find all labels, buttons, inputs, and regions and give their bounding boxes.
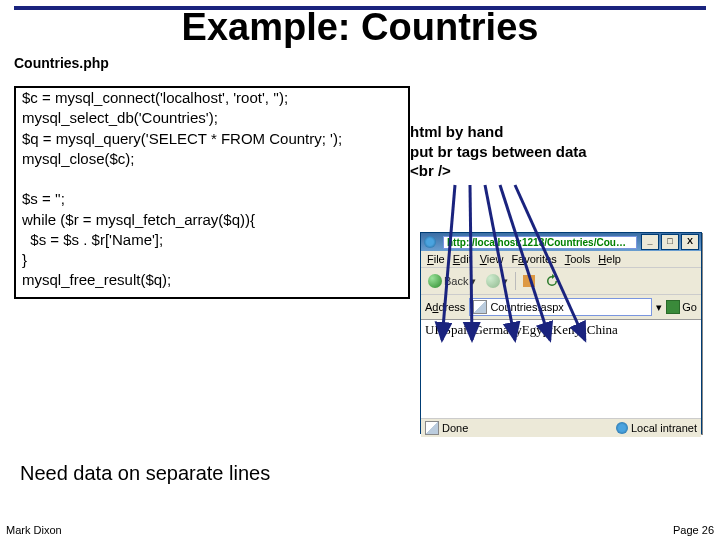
refresh-icon: [545, 274, 559, 288]
code-line: $q = mysql_query('SELECT * FROM Country;…: [22, 129, 402, 149]
menu-view[interactable]: View: [480, 253, 504, 265]
code-line: while ($r = mysql_fetch_array($q)){: [22, 210, 402, 230]
toolbar-separator: [515, 272, 516, 290]
page-icon: [473, 300, 487, 314]
go-icon: [666, 300, 680, 314]
address-label: Address: [425, 301, 465, 313]
window-minimize-button[interactable]: _: [641, 234, 659, 250]
address-dropdown-icon[interactable]: ▾: [656, 301, 662, 314]
menu-file[interactable]: File: [427, 253, 445, 265]
page-number: Page 26: [673, 524, 714, 536]
browser-titlebar[interactable]: http://localhost:1213/Countries/Cou… _ □…: [421, 233, 701, 251]
browser-addressbar: Address Countries.aspx ▾ Go: [421, 295, 701, 320]
browser-window: http://localhost:1213/Countries/Cou… _ □…: [420, 232, 702, 434]
forward-button[interactable]: ▾: [483, 273, 511, 289]
code-line: }: [22, 250, 402, 270]
status-doc-icon: [425, 421, 439, 435]
code-line: mysql_close($c);: [22, 149, 402, 169]
window-close-button[interactable]: X: [681, 234, 699, 250]
footer-note: Need data on separate lines: [20, 462, 270, 485]
annotation-line: html by hand: [410, 122, 587, 142]
code-line: [22, 169, 402, 189]
code-line: $s = $s . $r['Name'];: [22, 230, 402, 250]
ie-icon: [423, 235, 437, 249]
window-maximize-button[interactable]: □: [661, 234, 679, 250]
annotation-line: <br />: [410, 161, 587, 181]
zone-icon: [616, 422, 628, 434]
slide-title: Example: Countries: [0, 6, 720, 49]
chevron-down-icon: ▾: [502, 275, 508, 288]
code-box: $c = mysql_connect('localhost', 'root', …: [14, 86, 410, 299]
address-value: Countries.aspx: [490, 301, 563, 313]
browser-content: UKSpainGermanyEgyptKenyaChina: [421, 320, 701, 419]
status-right-text: Local intranet: [631, 422, 697, 434]
chevron-down-icon: ▾: [470, 275, 476, 288]
forward-icon: [486, 274, 500, 288]
menu-tools[interactable]: Tools: [565, 253, 591, 265]
menu-favorites[interactable]: Favorites: [511, 253, 556, 265]
refresh-button[interactable]: [542, 273, 562, 289]
code-filename: Countries.php: [14, 56, 114, 71]
stop-icon: [523, 275, 535, 287]
address-input[interactable]: Countries.aspx: [469, 298, 652, 316]
browser-title-url: http://localhost:1213/Countries/Cou…: [443, 236, 637, 249]
annotation-line: put br tags between data: [410, 142, 587, 162]
author-label: Mark Dixon: [6, 524, 62, 536]
browser-menubar: File Edit View Favorites Tools Help: [421, 251, 701, 268]
back-label: Back: [444, 275, 468, 287]
menu-edit[interactable]: Edit: [453, 253, 472, 265]
status-left-text: Done: [442, 422, 468, 434]
go-button[interactable]: Go: [666, 300, 697, 314]
page-output-text: UKSpainGermanyEgyptKenyaChina: [425, 322, 618, 337]
go-label: Go: [682, 301, 697, 313]
code-line: mysql_free_result($q);: [22, 270, 402, 290]
browser-statusbar: Done Local intranet: [421, 419, 701, 437]
back-button[interactable]: Back ▾: [425, 273, 479, 289]
menu-help[interactable]: Help: [598, 253, 621, 265]
code-line: mysql_select_db('Countries');: [22, 108, 402, 128]
browser-toolbar: Back ▾ ▾: [421, 268, 701, 295]
back-icon: [428, 274, 442, 288]
code-line: $s = '';: [22, 189, 402, 209]
stop-button[interactable]: [520, 274, 538, 288]
annotation: html by hand put br tags between data <b…: [410, 122, 587, 181]
code-line: $c = mysql_connect('localhost', 'root', …: [22, 88, 402, 108]
